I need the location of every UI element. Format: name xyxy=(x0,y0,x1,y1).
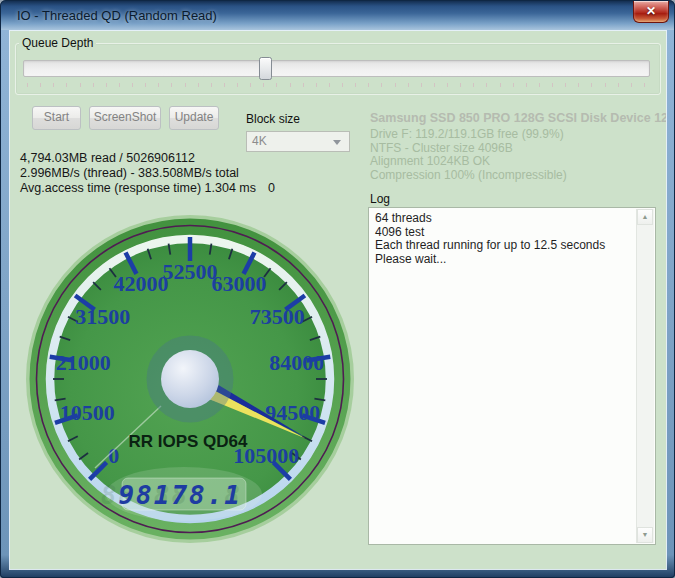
block-size-value: 4K xyxy=(252,134,267,148)
slider-tick xyxy=(460,83,461,87)
slider-tick xyxy=(631,83,632,87)
stat-access-time: Avg.access time (response time) 1.304 ms xyxy=(20,181,256,195)
slider-tick xyxy=(591,83,592,87)
slider-tick xyxy=(552,83,553,87)
slider-tick xyxy=(80,83,81,87)
slider-tick xyxy=(500,83,501,87)
screenshot-button[interactable]: ScreenShot xyxy=(89,106,161,130)
update-button[interactable]: Update xyxy=(169,106,219,130)
slider-tick xyxy=(290,83,291,87)
queue-depth-ticks xyxy=(27,83,645,88)
log-content: 64 threads 4096 test Each thread running… xyxy=(375,212,633,266)
slider-tick xyxy=(486,83,487,87)
log-line: Each thread running for up to 12.5 secon… xyxy=(375,239,633,253)
slider-tick xyxy=(185,83,186,87)
slider-tick xyxy=(368,83,369,87)
slider-tick xyxy=(53,83,54,87)
slider-tick xyxy=(211,83,212,87)
slider-tick xyxy=(132,83,133,87)
drive-capacity-line: Drive F: 119.2/119.1GB free (99.9%) xyxy=(370,127,564,141)
queue-depth-slider-track[interactable] xyxy=(23,60,650,77)
gauge-title: RR IOPS QD64 xyxy=(128,432,248,451)
log-line: Please wait... xyxy=(375,253,633,267)
slider-tick xyxy=(224,83,225,87)
window-title: IO - Threaded QD (Random Read) xyxy=(17,8,217,23)
stat-counter: 0 xyxy=(268,181,275,195)
title-bar[interactable]: IO - Threaded QD (Random Read) xyxy=(1,1,674,30)
slider-tick xyxy=(145,83,146,87)
log-label: Log xyxy=(370,192,390,206)
slider-tick xyxy=(605,83,606,87)
block-size-dropdown[interactable]: 4K xyxy=(246,131,350,152)
slider-tick xyxy=(421,83,422,87)
slider-tick xyxy=(578,83,579,87)
slider-tick xyxy=(342,83,343,87)
stat-throughput: 2.996MB/s (thread) - 383.508MB/s total xyxy=(20,166,239,180)
gauge-scale-label: 73500 xyxy=(250,304,305,329)
slider-tick xyxy=(434,83,435,87)
slider-tick xyxy=(303,83,304,87)
slider-tick xyxy=(198,83,199,87)
slider-tick xyxy=(355,83,356,87)
slider-tick xyxy=(408,83,409,87)
slider-tick xyxy=(539,83,540,87)
slider-tick xyxy=(27,83,28,87)
scroll-up-icon[interactable]: ▲ xyxy=(637,209,653,225)
block-size-label: Block size xyxy=(246,112,300,126)
gauge-scale-label: 84000 xyxy=(269,350,324,375)
slider-tick xyxy=(381,83,382,87)
log-scrollbar[interactable]: ▲ ▼ xyxy=(636,209,654,543)
gauge-scale-label: 42000 xyxy=(113,271,168,296)
gauge-scale-label: 21000 xyxy=(56,350,111,375)
drive-filesystem-line: NTFS - Cluster size 4096B xyxy=(370,141,513,155)
slider-tick xyxy=(93,83,94,87)
slider-tick xyxy=(250,83,251,87)
slider-tick xyxy=(171,83,172,87)
slider-tick xyxy=(158,83,159,87)
dialog-client-area: Queue Depth Start ScreenShot Update Bloc… xyxy=(10,31,666,569)
slider-tick xyxy=(618,83,619,87)
start-button[interactable]: Start xyxy=(32,106,81,130)
drive-compression-line: Compression 100% (Incompressible) xyxy=(370,168,567,182)
close-icon: ✕ xyxy=(646,4,656,18)
log-line: 4096 test xyxy=(375,226,633,240)
slider-tick xyxy=(513,83,514,87)
scroll-down-icon[interactable]: ▼ xyxy=(637,527,653,543)
gauge-scale-label: 52500 xyxy=(163,259,218,284)
slider-tick xyxy=(276,83,277,87)
slider-tick xyxy=(395,83,396,87)
slider-tick xyxy=(237,83,238,87)
slider-tick xyxy=(644,83,645,87)
slider-tick xyxy=(119,83,120,87)
gauge-scale-label: 31500 xyxy=(75,304,130,329)
slider-tick xyxy=(40,83,41,87)
queue-depth-slider-thumb[interactable] xyxy=(259,57,272,80)
slider-tick xyxy=(106,83,107,87)
slider-tick xyxy=(526,83,527,87)
slider-tick xyxy=(263,83,264,87)
drive-alignment-line: Alignment 1024KB OK xyxy=(370,154,490,168)
log-line: 64 threads xyxy=(375,212,633,226)
lcd-value: 98178.1 xyxy=(118,480,242,510)
slider-tick xyxy=(447,83,448,87)
slider-tick xyxy=(565,83,566,87)
iops-gauge: 0105002100031500420005250063000735008400… xyxy=(25,214,355,544)
stat-bytes-read: 4,794.03MB read / 5026906112 xyxy=(20,151,195,165)
drive-model-title: Samsung SSD 850 PRO 128G SCSI Disk Devic… xyxy=(370,111,666,125)
gauge-scale-label: 10500 xyxy=(60,400,115,425)
slider-tick xyxy=(316,83,317,87)
slider-tick xyxy=(329,83,330,87)
slider-tick xyxy=(473,83,474,87)
app-window: IO - Threaded QD (Random Read) ✕ Queue D… xyxy=(0,0,675,578)
gauge-hub xyxy=(161,350,219,408)
chevron-down-icon xyxy=(333,140,341,145)
gauge-scale-label: 63000 xyxy=(212,271,267,296)
slider-tick xyxy=(66,83,67,87)
close-button[interactable]: ✕ xyxy=(633,1,669,23)
queue-depth-label: Queue Depth xyxy=(19,36,96,50)
log-textbox[interactable]: 64 threads 4096 test Each thread running… xyxy=(368,207,656,545)
